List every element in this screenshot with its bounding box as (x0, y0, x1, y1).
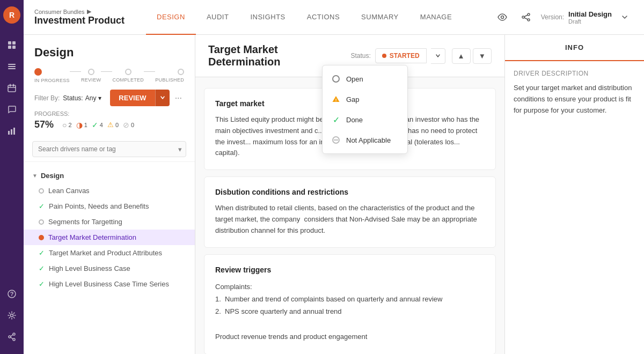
status-dropdown-button[interactable] (431, 48, 445, 64)
prog-warn: ⚠0 (107, 121, 119, 129)
nav-item-label: High Level Business Case Time Series (49, 280, 169, 288)
svg-line-27 (524, 18, 528, 19)
driver-description-label: Driver Description (514, 70, 635, 77)
prog-open: ○2 (62, 121, 72, 129)
nav-section-label: Design (41, 172, 64, 180)
grid-icon[interactable] (3, 36, 20, 54)
driver-header: Target Market Determination Status: STAR… (195, 35, 504, 77)
filter-status-value: Any (85, 94, 97, 102)
review-btn-group: REVIEW (110, 90, 169, 106)
dropdown-item-open[interactable]: Open (323, 69, 407, 89)
tab-actions[interactable]: ACTIONS (296, 0, 350, 35)
share-nav-icon[interactable] (517, 9, 535, 26)
filter-status[interactable]: Status: Any ▾ (63, 94, 101, 102)
list-icon[interactable] (3, 58, 20, 75)
progress-stats: PROGRESS: 57% ○2 ◑1 ✓4 ⚠0 ⊘0 (34, 110, 184, 130)
filter-label: Filter By: (34, 94, 60, 102)
calendar-icon[interactable] (3, 79, 20, 97)
tab-audit[interactable]: AUDIT (196, 0, 240, 35)
status-badge[interactable]: STARTED (375, 48, 427, 63)
dropdown-item-done[interactable]: ✓ Done (323, 109, 407, 130)
status-checkmark: ✓ (39, 264, 45, 272)
review-button-dropdown[interactable] (155, 90, 170, 106)
nav-section-design: ▼ Design Lean Canvas ✓ Pain Points, Need… (24, 168, 195, 292)
nav-item-label: Segments for Targetting (48, 218, 122, 226)
nav-item-label: High Level Business Case (49, 264, 130, 272)
nav-item-label: Target Market and Product Attributes (49, 249, 162, 257)
dropdown-label-gap: Gap (346, 95, 360, 104)
section-title-review-triggers: Review triggers (215, 266, 485, 274)
dropdown-label-na: Not Applicable (346, 136, 391, 144)
design-section-title: Design (34, 46, 184, 60)
version-dropdown-icon[interactable] (616, 9, 633, 26)
filter-area: Filter By: Status: Any ▾ (34, 94, 101, 102)
tab-insights[interactable]: INSIGHTS (239, 0, 296, 35)
tab-summary[interactable]: SUMMARY (350, 0, 409, 35)
eye-icon-btn[interactable] (494, 9, 511, 26)
search-area: ▾ (24, 137, 195, 162)
step-label-in-progress: IN PROGRESS (34, 78, 70, 83)
breadcrumb-text[interactable]: Consumer Bundles (34, 9, 85, 15)
progress-line-1 (70, 71, 81, 72)
design-header: Design IN PROGRESS REVIEW (24, 35, 195, 137)
review-more-button[interactable]: ··· (173, 91, 184, 105)
svg-rect-5 (8, 66, 16, 67)
nav-section-header-design[interactable]: ▼ Design (24, 168, 195, 183)
version-name: Initial Design (568, 10, 612, 18)
chat-icon[interactable] (3, 101, 20, 118)
nav-item-label: Target Market Determination (48, 233, 136, 241)
step-dot-published (178, 69, 184, 75)
svg-line-21 (11, 337, 13, 339)
nav-item-label: Pain Points, Needs and Benefits (49, 202, 149, 210)
nav-up-button[interactable]: ▲ (452, 48, 471, 64)
svg-point-24 (522, 16, 524, 18)
gap-icon: ! (331, 94, 341, 104)
open-icon (331, 74, 341, 84)
app-logo[interactable]: R (3, 6, 20, 24)
nav-item-pain-points[interactable]: ✓ Pain Points, Needs and Benefits (24, 198, 195, 214)
nav-item-target-market[interactable]: Target Market Determination (24, 230, 195, 245)
search-input[interactable] (32, 141, 186, 157)
chart-icon[interactable] (3, 122, 20, 139)
status-dot-active (39, 235, 44, 240)
status-value: STARTED (390, 52, 420, 60)
status-checkmark: ✓ (39, 280, 45, 288)
section-disbution: Disbution conditions and restrictions Wh… (204, 176, 496, 247)
settings-icon[interactable] (3, 307, 20, 324)
share-icon[interactable] (3, 328, 20, 345)
svg-rect-4 (8, 64, 16, 65)
progress-line-3 (144, 71, 155, 72)
nav-item-hlbc[interactable]: ✓ High Level Business Case (24, 261, 195, 276)
nav-down-button[interactable]: ▼ (473, 48, 492, 64)
nav-item-target-market-attrs[interactable]: ✓ Target Market and Product Attributes (24, 245, 195, 261)
nav-item-hlbc-ts[interactable]: ✓ High Level Business Case Time Series (24, 276, 195, 292)
search-dropdown-icon[interactable]: ▾ (178, 145, 182, 153)
search-input-wrap: ▾ (32, 141, 186, 157)
dropdown-label-done: Done (346, 116, 363, 124)
tab-manage[interactable]: MANAGE (409, 0, 463, 35)
dropdown-item-na[interactable]: Not Applicable (323, 130, 407, 150)
step-completed: COMPLETED (112, 69, 144, 83)
section-review-triggers: Review triggers Complaints: 1. Number an… (204, 254, 496, 354)
nav-item-lean-canvas[interactable]: Lean Canvas (24, 183, 195, 198)
info-tab[interactable]: INFO (505, 35, 644, 61)
step-label-completed: COMPLETED (112, 77, 144, 83)
prog-done: ✓4 (92, 121, 103, 129)
middle-panel: Target Market Determination Status: STAR… (195, 35, 504, 354)
dropdown-item-gap[interactable]: ! Gap (323, 89, 407, 109)
driver-description-text: Set your target market and distribution … (514, 83, 635, 116)
svg-text:!: ! (335, 98, 337, 102)
top-nav: Consumer Bundles ▶ Investment Product DE… (24, 0, 644, 35)
review-button[interactable]: REVIEW (110, 90, 155, 106)
svg-point-16 (11, 314, 13, 317)
status-dot-open (39, 219, 44, 225)
help-icon[interactable]: ? (3, 285, 20, 303)
status-dropdown-menu: Open ! Gap (322, 65, 408, 154)
right-panel: INFO Driver Description Set your target … (504, 35, 644, 354)
status-area: Status: STARTED (350, 48, 445, 64)
progress-stats-label: PROGRESS: (34, 110, 184, 117)
nav-item-segments[interactable]: Segments for Targetting (24, 214, 195, 230)
status-checkmark: ✓ (39, 249, 45, 257)
tab-design[interactable]: DESIGN (146, 0, 196, 35)
nav-right: Version: Initial Design Draft (494, 9, 633, 26)
